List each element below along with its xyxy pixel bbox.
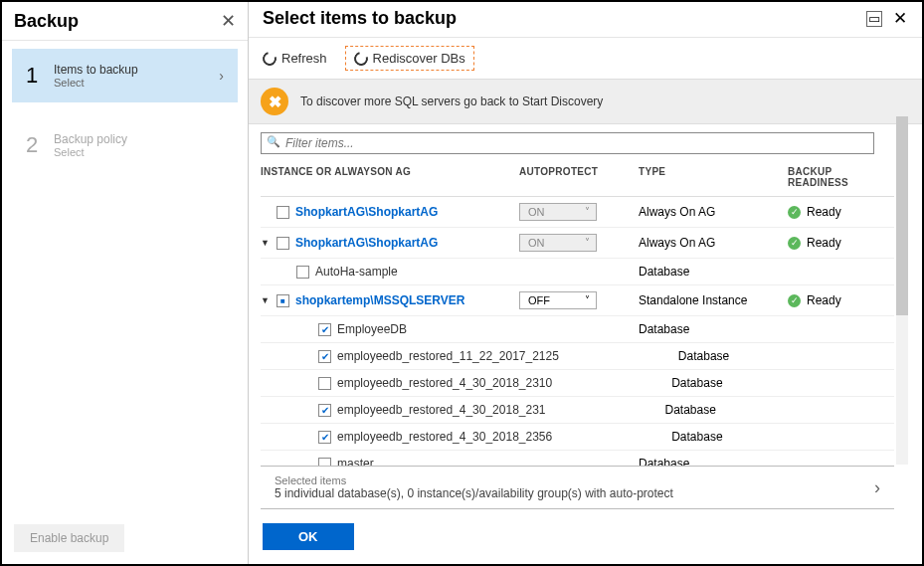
ready-text: Ready — [807, 205, 841, 219]
row-checkbox[interactable] — [318, 323, 331, 336]
enable-backup-button[interactable]: Enable backup — [14, 524, 124, 552]
maximize-icon[interactable]: ▭ — [866, 11, 882, 27]
table-row[interactable]: ▼employeedb_restored_4_30_2018_2310Datab… — [261, 370, 894, 397]
row-type: Standalone Instance — [639, 293, 788, 307]
check-icon: ✓ — [788, 294, 801, 307]
ready-text: Ready — [807, 293, 841, 307]
row-type: Database — [671, 430, 821, 444]
table-row[interactable]: ▼employeedb_restored_4_30_2018_231Databa… — [261, 397, 894, 424]
table-row[interactable]: ▼shopkartemp\MSSQLSERVEROFFStandalone In… — [261, 285, 894, 316]
scrollbar[interactable] — [896, 116, 908, 465]
summary-bar[interactable]: Selected items 5 individual database(s),… — [261, 466, 894, 509]
refresh-icon — [260, 49, 278, 68]
row-checkbox[interactable] — [318, 431, 331, 444]
row-checkbox[interactable] — [296, 266, 309, 279]
row-type: Always On AG — [639, 205, 788, 219]
autoprotect-select[interactable]: OFF — [519, 291, 597, 309]
step-title: Items to backup — [54, 63, 219, 77]
step-number: 2 — [26, 132, 54, 158]
refresh-button[interactable]: Refresh — [263, 51, 327, 66]
left-header: Backup ✕ — [2, 2, 248, 41]
step-body: Items to backup Select — [54, 63, 219, 89]
row-name[interactable]: ShopkartAG\ShopkartAG — [295, 236, 438, 250]
close-icon[interactable]: ✕ — [892, 11, 908, 27]
step-backup-policy[interactable]: 2 Backup policy Select — [12, 118, 238, 172]
table-row[interactable]: ▼ShopkartAG\ShopkartAGONAlways On AG✓Rea… — [261, 228, 894, 259]
row-checkbox[interactable] — [277, 237, 289, 250]
row-type: Always On AG — [639, 236, 788, 250]
row-name[interactable]: shopkartemp\MSSQLSERVER — [295, 293, 464, 307]
ready-text: Ready — [807, 236, 841, 250]
row-name: AutoHa-sample — [315, 265, 398, 279]
row-type: Database — [671, 376, 821, 390]
right-pane: Select items to backup ▭ ✕ Refresh Redis… — [249, 2, 922, 564]
row-name: EmployeeDB — [337, 322, 407, 336]
step-number: 1 — [26, 63, 54, 89]
row-name: master — [337, 457, 374, 466]
row-checkbox[interactable] — [318, 350, 331, 363]
left-pane: Backup ✕ 1 Items to backup Select › 2 Ba… — [2, 2, 249, 564]
check-icon: ✓ — [788, 206, 801, 219]
chevron-right-icon: › — [219, 68, 224, 84]
refresh-label: Refresh — [281, 51, 327, 66]
filter-input[interactable] — [261, 132, 874, 154]
grid-header-row: INSTANCE OR ALWAYSON AG AUTOPROTECT TYPE… — [261, 160, 894, 197]
info-text: To discover more SQL servers go back to … — [300, 94, 603, 108]
row-type: Database — [639, 322, 788, 336]
info-bar: ✖ To discover more SQL servers go back t… — [249, 79, 922, 124]
backup-title: Backup — [14, 11, 79, 32]
header-type[interactable]: TYPE — [639, 166, 788, 188]
expand-caret-icon[interactable]: ▼ — [261, 295, 271, 305]
row-type: Database — [639, 457, 788, 466]
check-icon: ✓ — [788, 237, 801, 250]
row-checkbox[interactable] — [277, 294, 289, 307]
step-items-to-backup[interactable]: 1 Items to backup Select › — [12, 49, 238, 102]
step-title: Backup policy — [54, 132, 224, 146]
left-footer: Enable backup — [2, 512, 248, 564]
row-name: employeedb_restored_4_30_2018_2356 — [337, 430, 552, 444]
row-name[interactable]: ShopkartAG\ShopkartAG — [295, 205, 438, 219]
header-instance[interactable]: INSTANCE OR ALWAYSON AG — [261, 166, 519, 188]
ok-button[interactable]: OK — [263, 523, 354, 550]
footer: OK — [249, 509, 922, 564]
row-checkbox[interactable] — [277, 206, 289, 219]
row-type: Database — [665, 403, 815, 417]
row-name: employeedb_restored_11_22_2017_2125 — [337, 349, 559, 363]
items-grid: INSTANCE OR ALWAYSON AG AUTOPROTECT TYPE… — [249, 160, 922, 466]
row-type: Database — [639, 265, 788, 279]
select-items-title: Select items to backup — [263, 8, 856, 29]
scrollbar-thumb[interactable] — [896, 116, 908, 315]
summary-detail: 5 individual database(s), 0 instance(s)/… — [275, 486, 874, 500]
row-name: employeedb_restored_4_30_2018_2310 — [337, 376, 552, 390]
step-sub: Select — [54, 77, 219, 89]
rediscover-label: Rediscover DBs — [373, 51, 465, 66]
table-row[interactable]: ▼employeedb_restored_11_22_2017_2125Data… — [261, 343, 894, 370]
table-row[interactable]: ▼EmployeeDBDatabase — [261, 316, 894, 343]
row-checkbox[interactable] — [318, 458, 331, 467]
table-row[interactable]: ▼employeedb_restored_4_30_2018_2356Datab… — [261, 424, 894, 451]
header-autoprotect[interactable]: AUTOPROTECT — [519, 166, 639, 188]
header-readiness[interactable]: BACKUP READINESS — [788, 166, 894, 188]
table-row[interactable]: ▼AutoHa-sampleDatabase — [261, 259, 894, 285]
table-row[interactable]: ▼ShopkartAG\ShopkartAGONAlways On AG✓Rea… — [261, 197, 894, 228]
ready-badge: ✓Ready — [788, 236, 894, 250]
step-body: Backup policy Select — [54, 132, 224, 158]
wrench-icon: ✖ — [261, 88, 288, 115]
autoprotect-select[interactable]: ON — [519, 203, 597, 221]
summary-text: Selected items 5 individual database(s),… — [275, 474, 874, 500]
filter-row — [249, 124, 922, 160]
row-type: Database — [678, 349, 828, 363]
expand-caret-icon[interactable]: ▼ — [261, 238, 271, 248]
close-icon[interactable]: ✕ — [221, 10, 236, 32]
row-checkbox[interactable] — [318, 377, 331, 390]
autoprotect-select[interactable]: ON — [519, 234, 597, 252]
chevron-right-icon: › — [874, 477, 880, 498]
rediscover-dbs-button[interactable]: Rediscover DBs — [345, 46, 474, 71]
table-row[interactable]: ▼masterDatabase — [261, 451, 894, 466]
toolbar: Refresh Rediscover DBs — [249, 38, 922, 79]
summary-title: Selected items — [275, 474, 874, 486]
step-sub: Select — [54, 146, 224, 158]
ready-badge: ✓Ready — [788, 205, 894, 219]
row-checkbox[interactable] — [318, 404, 331, 417]
right-header: Select items to backup ▭ ✕ — [249, 2, 922, 38]
